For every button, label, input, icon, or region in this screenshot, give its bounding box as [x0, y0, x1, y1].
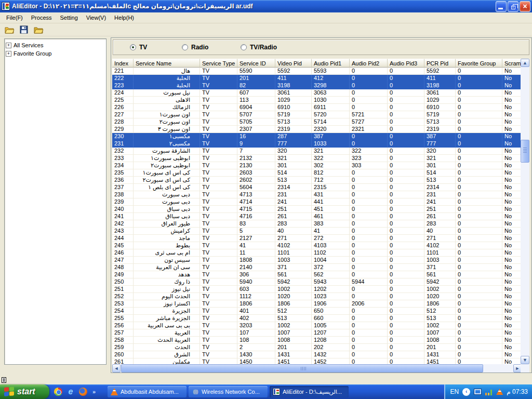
- taskbar-task-vlc[interactable]: Abdulbasit Abdulsam...: [108, 386, 187, 397]
- table-row[interactable]: 237كى اس اى بلص ١TV5604231423150023140No: [112, 184, 522, 191]
- table-row[interactable]: 261مكملينTV1450145114520014510No: [112, 358, 522, 364]
- table-row[interactable]: 259الحدثTV2201202002010No: [112, 344, 522, 351]
- table-row[interactable]: 258العربية الحدثTV108100812080010080No: [112, 337, 522, 344]
- hide-icons-icon[interactable]: ‹: [462, 388, 470, 396]
- radio-tvradio[interactable]: TV/Radio: [241, 44, 277, 51]
- scroll-down-icon[interactable]: ▼: [521, 356, 529, 364]
- table-row[interactable]: 255الجزيرة مباشرTV402513660005130No: [112, 315, 522, 322]
- column-header-favorite-group[interactable]: Favorite Group: [456, 59, 502, 68]
- sidebar-item-favorite-group[interactable]: +Favorite Group: [6, 49, 105, 58]
- chrome-icon[interactable]: [54, 388, 62, 396]
- table-row[interactable]: 235كى اس اى سبورت١TV2603514812005140No: [112, 169, 522, 177]
- scroll-up-icon[interactable]: ▲: [521, 59, 529, 67]
- table-row[interactable]: 250ذا روكTV5940594259435944059420No: [112, 278, 522, 286]
- table-row[interactable]: 223الحلبةTV82319832980031980No: [112, 82, 522, 89]
- table-cell: TV: [200, 184, 237, 191]
- column-header-video-pid[interactable]: Video Pid: [275, 59, 312, 68]
- table-cell: مكسبى١: [134, 133, 200, 140]
- firefox-icon[interactable]: [79, 388, 87, 396]
- column-header-service-name[interactable]: Service Name: [134, 59, 200, 68]
- signal-bars-icon[interactable]: [485, 389, 493, 395]
- column-header-service-id[interactable]: Service ID: [237, 59, 275, 68]
- column-header-scraml[interactable]: Scraml: [502, 59, 522, 68]
- table-row[interactable]: 256بى بى سى العربيةTV3203100210050010020…: [112, 322, 522, 329]
- table-row[interactable]: 239دبى سبورتTV4714241441002410No: [112, 198, 522, 206]
- table-row[interactable]: 241دبى سبااقTV4716261461002610No: [112, 213, 522, 220]
- vertical-scroll-thumb[interactable]: [521, 140, 529, 163]
- table-row[interactable]: 252الحدث اليومTV1112102010230010200No: [112, 293, 522, 300]
- taskbar-task-wireless[interactable]: ((i))Wireless Network Co...: [189, 386, 268, 397]
- table-row[interactable]: 234ابوظبى سبورت٢TV213030130230303010No: [112, 162, 522, 169]
- radio-radio[interactable]: Radio: [182, 44, 208, 51]
- table-cell: 3061: [275, 89, 312, 97]
- table-row[interactable]: 243كراميشTV5404100400No: [112, 228, 522, 235]
- vlc-tray-icon[interactable]: [496, 389, 503, 395]
- horizontal-scroll-thumb[interactable]: [121, 364, 483, 373]
- radio-tv[interactable]: TV: [130, 44, 147, 51]
- table-cell: العربية الحدث: [134, 337, 200, 344]
- sidebar-item-all-services[interactable]: +All Services: [6, 41, 105, 49]
- column-header-service-type[interactable]: Service Type: [200, 59, 237, 68]
- table-row[interactable]: 224نيل سبورتTV607306130630030610No: [112, 89, 522, 97]
- table-row[interactable]: 244ماجدTV2127271272002710No: [112, 235, 522, 242]
- table-row[interactable]: 226الزمالكTV6904691069110069100No: [112, 104, 522, 111]
- internet-explorer-icon[interactable]: e: [66, 388, 75, 396]
- titlebar[interactable]: AliEditor - D:\الملف\مسلم١١=٣=١٢٠٢١c الر…: [0, 0, 532, 12]
- table-row[interactable]: 221هالTV5590559255930055920No: [112, 68, 522, 75]
- table-row[interactable]: 230مكسبى١TV16287387003870No: [112, 133, 522, 140]
- table-row[interactable]: 229اون سبورت ٣TV2307231923202321023190No: [112, 126, 522, 133]
- expand-icon[interactable]: +: [6, 51, 11, 57]
- column-header-audio-pid2[interactable]: Audio Pid2: [350, 59, 388, 68]
- table-row[interactable]: 227اون سبورت١TV5707571957205721057190No: [112, 111, 522, 118]
- table-cell: No: [502, 191, 522, 198]
- close-button[interactable]: ×: [520, 1, 530, 12]
- language-indicator[interactable]: EN: [450, 388, 459, 395]
- table-row[interactable]: 228اون سبورت٢TV5705571357145727057130No: [112, 118, 522, 126]
- scroll-left-icon[interactable]: ◄: [112, 364, 121, 373]
- table-row[interactable]: 248سى ان العربيةTV2140371372003710No: [112, 264, 522, 271]
- expand-icon[interactable]: +: [6, 43, 11, 48]
- table-row[interactable]: 253اكسترا نيوزTV1806180619062006018060No: [112, 300, 522, 308]
- table-cell: 230: [112, 133, 134, 140]
- save-file-button[interactable]: [18, 24, 30, 35]
- table-row[interactable]: 257العربيةTV107100712070010070No: [112, 329, 522, 337]
- horizontal-scrollbar[interactable]: ◄ ►: [112, 364, 522, 373]
- table-row[interactable]: 260الشرقTV1430143114320014310No: [112, 351, 522, 358]
- menu-item-process[interactable]: Process: [27, 14, 56, 22]
- column-header-pcr-pid[interactable]: PCR Pid: [424, 59, 456, 68]
- open-folder-button[interactable]: [32, 24, 45, 35]
- table-row[interactable]: 254الجزيرةTV401512650005120No: [112, 308, 522, 315]
- table-row[interactable]: 225الاهلىTV113102910300010290No: [112, 97, 522, 104]
- table-row[interactable]: 251نيل نيوزTV603100212020010020No: [112, 286, 522, 293]
- open-file-button[interactable]: [3, 24, 16, 35]
- menu-item-setting[interactable]: Setting: [56, 14, 82, 22]
- table-row[interactable]: 238دبى سبورتTV4713231431002310No: [112, 191, 522, 198]
- taskbar-clock[interactable]: 07:33 م: [507, 388, 528, 395]
- column-header-audio-pid1[interactable]: Audio Pid1: [312, 59, 350, 68]
- chevron-overflow-icon[interactable]: »: [92, 389, 96, 395]
- menu-item-help-h[interactable]: Help(H): [110, 14, 138, 22]
- table-row[interactable]: 242طيور العراقTV83283383002830No: [112, 220, 522, 228]
- table-row[interactable]: 245بطوطTV41410241030041020No: [112, 242, 522, 249]
- start-button[interactable]: start: [0, 384, 49, 399]
- table-row[interactable]: 236كى اس اى سبورت٢TV2602513712005130No: [112, 177, 522, 184]
- table-row[interactable]: 247سبيس تونTV1808100310040010030No: [112, 257, 522, 264]
- column-header-index[interactable]: Index: [112, 59, 134, 68]
- minimize-button[interactable]: [496, 1, 507, 12]
- table-row[interactable]: 232الشارقة سبورتTV732032132203200No: [112, 148, 522, 155]
- table-cell: 261: [275, 213, 312, 220]
- table-row[interactable]: 240دبى سباقTV4715251451002510No: [112, 206, 522, 213]
- table-row[interactable]: 249هدهدTV306561562005610No: [112, 271, 522, 278]
- table-row[interactable]: 246ام بى سى ثرىTV11110111020011010No: [112, 249, 522, 257]
- table-row[interactable]: 231مكسبى٢TV97771033007770No: [112, 140, 522, 148]
- restore-button[interactable]: [508, 1, 518, 12]
- taskbar-task-alieditor[interactable]: AliEditor - D:\الريسيف...: [270, 386, 349, 397]
- display-tray-icon[interactable]: [474, 389, 482, 395]
- table-row[interactable]: 233ابوظبى سبورت١TV213232132232303210No: [112, 155, 522, 162]
- menu-item-view-v[interactable]: View(V): [82, 14, 110, 22]
- menu-item-file-f[interactable]: File(F): [2, 14, 27, 22]
- vertical-scrollbar[interactable]: ▲ ▼: [521, 59, 529, 364]
- table-row[interactable]: 222الحلبةTV201411412004110No: [112, 75, 522, 82]
- column-header-audio-pid3[interactable]: Audio Pid3: [388, 59, 424, 68]
- table-cell: 0: [388, 264, 424, 271]
